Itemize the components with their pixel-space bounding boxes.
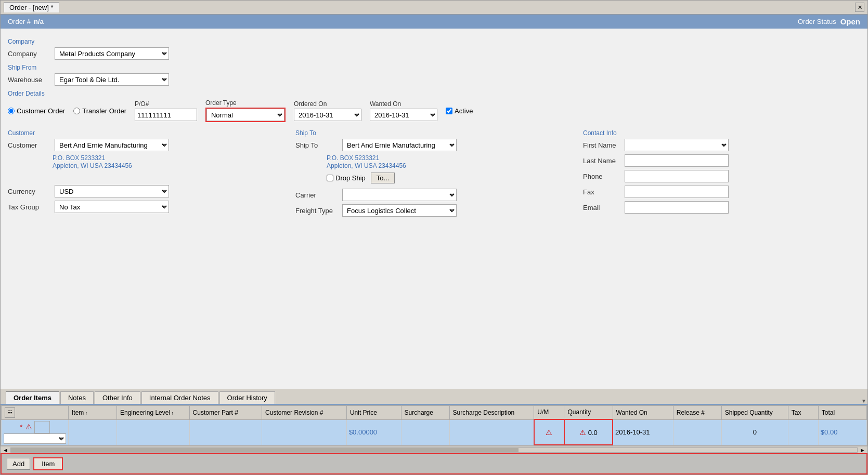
to-button[interactable]: To... [371, 173, 395, 183]
cell-tax[interactable] [788, 419, 818, 445]
company-select-wrapper[interactable]: Metal Products Company [55, 47, 169, 60]
customer-select-wrapper[interactable]: Bert And Ernie Manufacturing [55, 139, 169, 151]
customer-address-line2[interactable]: Appleton, WI USA 23434456 [53, 162, 285, 169]
item-dropdown[interactable] [4, 433, 66, 444]
radio-customer-order[interactable]: Customer Order [8, 107, 65, 115]
title-bar: Order - [new] * ✕ [1, 1, 867, 15]
order-type-select-wrapper[interactable]: Normal Transfer Blanket [205, 108, 286, 122]
horizontal-scrollbar[interactable]: ◄ ► [1, 446, 867, 453]
tax-group-label: Tax Group [8, 203, 49, 211]
customer-address-line1[interactable]: P.O. BOX 5233321 [53, 154, 285, 162]
window-tab[interactable]: Order - [new] * [4, 2, 59, 12]
ordered-on-select[interactable]: 2016-10-31 [294, 109, 361, 121]
cell-quantity[interactable]: ⚠ 0.0 [564, 419, 613, 445]
active-checkbox-group[interactable]: Active [446, 107, 473, 115]
th-tax[interactable]: Tax [788, 405, 818, 419]
close-button[interactable]: ✕ [855, 3, 864, 12]
radio-customer-order-input[interactable] [8, 108, 15, 114]
drop-ship-checkbox[interactable] [327, 175, 333, 181]
th-cust-revision[interactable]: Customer Revision # [262, 405, 347, 419]
drop-ship-row: Drop Ship To... [327, 173, 573, 183]
th-item[interactable]: Item [69, 405, 117, 419]
th-icon: ☷ [2, 405, 69, 419]
first-name-select[interactable] [625, 139, 729, 151]
cell-total[interactable]: $0.00 [818, 419, 866, 445]
wanted-on-label: Wanted On [370, 100, 437, 108]
cell-item[interactable] [69, 419, 117, 445]
tabs-scroll-right[interactable]: ▼ [860, 398, 867, 404]
cell-wanted-on[interactable]: 2016-10-31 [613, 419, 673, 445]
th-unit-price[interactable]: Unit Price [346, 405, 401, 419]
wanted-on-select[interactable]: 2016-10-31 [370, 109, 437, 121]
cell-surcharge-desc[interactable] [449, 419, 534, 445]
scroll-thumb[interactable] [11, 448, 519, 452]
last-name-input[interactable] [625, 154, 729, 167]
po-group: P/O# [135, 100, 197, 121]
carrier-select-wrapper[interactable] [342, 189, 457, 201]
th-total[interactable]: Total [818, 405, 866, 419]
radio-transfer-order-input[interactable] [73, 108, 80, 114]
cell-cust-part[interactable] [189, 419, 262, 445]
wanted-on-select-wrapper[interactable]: 2016-10-31 [370, 109, 437, 121]
tab-other-info[interactable]: Other Info [95, 391, 140, 404]
scroll-left-arrow[interactable]: ◄ [3, 447, 8, 453]
th-surcharge[interactable]: Surcharge [401, 405, 449, 419]
ship-to-select-wrapper[interactable]: Bert And Ernie Manufacturing [342, 139, 457, 151]
fax-input[interactable] [625, 186, 729, 198]
customer-select[interactable]: Bert And Ernie Manufacturing [55, 139, 169, 151]
phone-input[interactable] [625, 170, 729, 182]
th-release-num[interactable]: Release # [673, 405, 721, 419]
cell-shipped-qty[interactable]: 0 [721, 419, 788, 445]
scroll-right-arrow[interactable]: ► [860, 447, 865, 453]
ship-to-address-line2[interactable]: Appleton, WI USA 23434456 [327, 162, 573, 169]
ship-to-address-line1[interactable]: P.O. BOX 5233321 [327, 154, 573, 162]
window-title: Order - [new] * [9, 4, 54, 11]
currency-select-wrapper[interactable]: USDCADEUR [55, 185, 169, 197]
freight-type-select-wrapper[interactable]: Focus Logistics CollectStandardPrepaid [342, 204, 457, 217]
company-select[interactable]: Metal Products Company [55, 47, 169, 60]
first-name-select-wrapper[interactable] [625, 139, 729, 151]
currency-select[interactable]: USDCADEUR [55, 185, 169, 197]
carrier-row: Carrier [295, 189, 573, 201]
order-type-select[interactable]: Normal Transfer Blanket [206, 109, 284, 121]
tab-order-history[interactable]: Order History [219, 391, 275, 404]
cell-unit-price[interactable]: $0.00000 [346, 419, 401, 445]
th-shipped-qty[interactable]: Shipped Quantity [721, 405, 788, 419]
ordered-on-select-wrapper[interactable]: 2016-10-31 [294, 109, 361, 121]
cell-eng-level[interactable] [117, 419, 190, 445]
item-dropdown-wrapper[interactable] [4, 433, 66, 444]
th-quantity[interactable]: Quantity [564, 405, 613, 419]
order-status-group: Order Status Open [798, 17, 860, 26]
radio-transfer-order[interactable]: Transfer Order [73, 107, 126, 115]
warehouse-select-wrapper[interactable]: Egar Tool & Die Ltd. [55, 73, 169, 86]
qty-error-icon: ⚠ [579, 428, 586, 437]
email-input[interactable] [625, 201, 729, 214]
active-checkbox[interactable] [446, 108, 452, 114]
drop-ship-checkbox-group[interactable]: Drop Ship [327, 174, 366, 182]
th-eng-level[interactable]: Engineering Level [117, 405, 190, 419]
th-cust-part[interactable]: Customer Part # [189, 405, 262, 419]
cell-surcharge[interactable] [401, 419, 449, 445]
carrier-select[interactable] [342, 189, 457, 201]
cell-um[interactable]: ⚠ [534, 419, 564, 445]
po-input[interactable] [135, 109, 197, 121]
tax-group-select[interactable]: No TaxStandard [55, 201, 169, 213]
item-input[interactable] [34, 421, 50, 433]
warehouse-select[interactable]: Egar Tool & Die Ltd. [55, 73, 169, 86]
tab-order-items[interactable]: Order Items [6, 391, 59, 404]
freight-type-select[interactable]: Focus Logistics CollectStandardPrepaid [342, 204, 457, 217]
add-button[interactable]: Add [7, 458, 30, 470]
th-surcharge-desc[interactable]: Surcharge Description [449, 405, 534, 419]
form-area: Company Company Metal Products Company S… [1, 29, 867, 389]
first-name-label: First Name [583, 141, 619, 149]
cell-release-num[interactable] [673, 419, 721, 445]
tab-internal-order-notes[interactable]: Internal Order Notes [141, 391, 218, 404]
th-wanted-on[interactable]: Wanted On [613, 405, 673, 419]
ship-to-select[interactable]: Bert And Ernie Manufacturing [342, 139, 457, 151]
tax-group-select-wrapper[interactable]: No TaxStandard [55, 201, 169, 213]
item-button[interactable]: Item [33, 457, 63, 470]
th-um[interactable]: U/M [534, 405, 564, 419]
tab-notes[interactable]: Notes [60, 391, 94, 404]
cell-cust-revision[interactable] [262, 419, 347, 445]
table-icon-button[interactable]: ☷ [5, 407, 15, 418]
